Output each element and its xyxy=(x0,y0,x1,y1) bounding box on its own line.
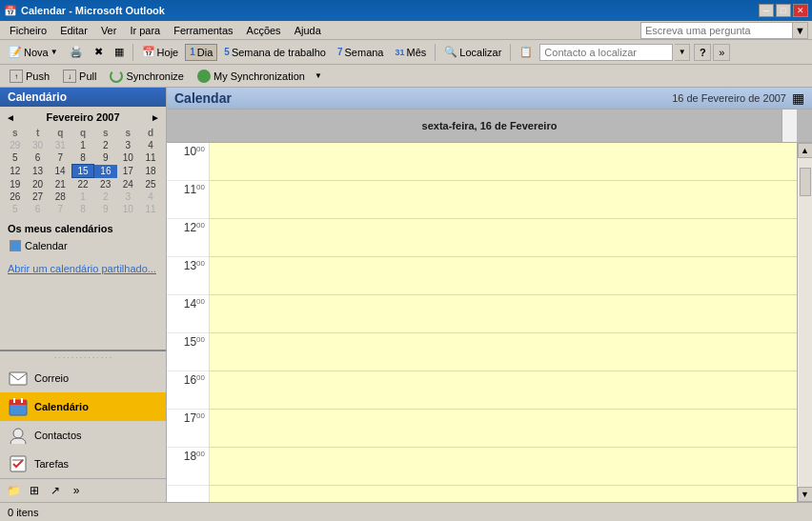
cal-day[interactable]: 3 xyxy=(117,190,140,203)
cal-day[interactable]: 4 xyxy=(139,139,162,151)
menu-ver[interactable]: Ver xyxy=(95,24,123,37)
cal-day[interactable]: 11 xyxy=(139,203,162,215)
shortcut-button[interactable]: ⊞ xyxy=(25,481,44,500)
cal-day[interactable]: 30 xyxy=(27,139,50,151)
semana-button[interactable]: 7 Semana xyxy=(333,44,389,61)
cal-day[interactable]: 23 xyxy=(94,178,117,191)
cal-day[interactable]: 19 xyxy=(4,178,27,191)
menu-ajuda[interactable]: Ajuda xyxy=(289,24,327,37)
cal-day[interactable]: 6 xyxy=(27,151,50,165)
scroll-down[interactable]: ▼ xyxy=(798,487,813,502)
nav-item-contacts[interactable]: Contactos xyxy=(0,421,166,450)
cal-day[interactable]: 9 xyxy=(94,151,117,165)
scroll-up[interactable]: ▲ xyxy=(798,143,813,158)
cal-day[interactable]: 18 xyxy=(139,165,162,178)
cal-day[interactable]: 10 xyxy=(117,203,140,215)
menu-editar[interactable]: Editar xyxy=(54,24,93,37)
open-shared-link[interactable]: Abrir um calendário partilhado... xyxy=(0,259,166,278)
nova-button[interactable]: 📝 Nova ▼ xyxy=(4,43,63,61)
help-button[interactable]: ? xyxy=(694,44,711,61)
nav-item-mail[interactable]: Correio xyxy=(0,364,166,392)
delete-button[interactable]: ✖ xyxy=(90,43,108,61)
cal-day[interactable]: 8 xyxy=(71,203,94,215)
cal-day[interactable]: 1 xyxy=(71,190,94,203)
contact-search-dropdown[interactable]: ▼ xyxy=(675,44,690,61)
day-header-s3: s xyxy=(117,127,140,139)
more-nav-button[interactable]: » xyxy=(67,481,86,500)
cal-day[interactable]: 8 xyxy=(71,151,94,165)
cal-day[interactable]: 2 xyxy=(94,190,117,203)
mini-calendar: ◄ Fevereiro 2007 ► s t q q s s d xyxy=(0,107,166,219)
menu-ir-para[interactable]: Ir para xyxy=(124,24,166,37)
cal-day[interactable]: 13 xyxy=(27,165,50,178)
help-search-input[interactable] xyxy=(640,22,793,39)
cal-day[interactable]: 20 xyxy=(27,178,50,191)
my-calendars-section: Os meus calendários Calendar xyxy=(0,219,166,257)
cal-day[interactable]: 2 xyxy=(94,139,117,151)
cal-day[interactable]: 7 xyxy=(49,203,71,215)
cal-day[interactable]: 5 xyxy=(4,203,27,215)
cal-day[interactable]: 28 xyxy=(49,190,71,203)
day-content[interactable] xyxy=(210,143,797,502)
menu-ficheiro[interactable]: Ficheiro xyxy=(4,24,52,37)
calendar-grid-icon[interactable]: ▦ xyxy=(792,90,804,106)
vertical-scrollbar[interactable]: ▲ ▼ xyxy=(797,143,812,502)
cal-day[interactable]: 4 xyxy=(139,190,162,203)
dia-button[interactable]: 1 Dia xyxy=(185,44,217,61)
cal-week-3: 12 13 14 15 16 17 18 xyxy=(4,165,162,178)
expand-button[interactable]: ↗ xyxy=(46,481,65,500)
cal-day[interactable]: 27 xyxy=(27,190,50,203)
cal-day[interactable]: 29 xyxy=(4,139,27,151)
menu-accoes[interactable]: Acções xyxy=(241,24,287,37)
cal-day[interactable]: 3 xyxy=(117,139,140,151)
minimize-button[interactable]: ─ xyxy=(759,4,774,17)
calendar-checkbox[interactable] xyxy=(10,240,21,251)
tasks-icon xyxy=(8,453,29,474)
grid-button[interactable]: ▦ xyxy=(110,43,129,61)
folder-icon-button[interactable]: 📁 xyxy=(4,481,23,500)
cal-day[interactable]: 25 xyxy=(139,178,162,191)
rolodex-button[interactable]: 📋 xyxy=(515,43,538,61)
cal-day[interactable]: 6 xyxy=(27,203,50,215)
sync-toolbar-dropdown[interactable]: ▼ xyxy=(313,68,324,85)
cal-day[interactable]: 10 xyxy=(117,151,140,165)
mes-button[interactable]: 31 Mês xyxy=(391,44,432,61)
cal-day[interactable]: 31 xyxy=(49,139,71,151)
localizar-icon: 🔍 xyxy=(444,46,457,58)
synchronize-button[interactable]: Synchronize xyxy=(104,68,190,85)
cal-day[interactable]: 26 xyxy=(4,190,27,203)
push-button[interactable]: ↑ Push xyxy=(4,68,55,85)
scroll-thumb[interactable] xyxy=(800,168,811,196)
cal-day[interactable]: 9 xyxy=(94,203,117,215)
print-button[interactable]: 🖨️ xyxy=(65,43,88,61)
cal-day[interactable]: 14 xyxy=(49,165,71,178)
next-month-button[interactable]: ► xyxy=(149,110,162,124)
close-button[interactable]: ✕ xyxy=(793,4,808,17)
my-sync-button[interactable]: My Synchronization xyxy=(192,68,311,85)
cal-day-selected[interactable]: 16 xyxy=(94,165,117,178)
menu-ferramentas[interactable]: Ferramentas xyxy=(168,24,238,37)
cal-day[interactable]: 17 xyxy=(117,165,140,178)
more-button[interactable]: » xyxy=(713,44,730,61)
cal-day[interactable]: 21 xyxy=(49,178,71,191)
nav-item-tasks[interactable]: Tarefas xyxy=(0,450,166,478)
pull-button[interactable]: ↓ Pull xyxy=(57,68,102,85)
cal-day[interactable]: 24 xyxy=(117,178,140,191)
cal-day[interactable]: 11 xyxy=(139,151,162,165)
prev-month-button[interactable]: ◄ xyxy=(4,110,17,124)
cal-day[interactable]: 22 xyxy=(71,178,94,191)
nav-item-calendar[interactable]: Calendário xyxy=(0,392,166,421)
semana-trabalho-button[interactable]: 5 Semana de trabalho xyxy=(219,44,331,61)
hoje-button[interactable]: 📅 Hoje xyxy=(137,43,184,61)
cal-day[interactable]: 12 xyxy=(4,165,27,178)
maximize-button[interactable]: □ xyxy=(776,4,791,17)
cal-day[interactable]: 1 xyxy=(71,139,94,151)
cal-day[interactable]: 7 xyxy=(49,151,71,165)
contact-search-input[interactable] xyxy=(539,44,673,61)
scroll-track[interactable] xyxy=(799,158,812,487)
localizar-button[interactable]: 🔍 Localizar xyxy=(439,43,506,61)
help-search-dropdown[interactable]: ▼ xyxy=(793,22,808,39)
cal-day-today[interactable]: 15 xyxy=(71,165,94,178)
calendar-item[interactable]: Calendar xyxy=(8,238,158,253)
cal-day[interactable]: 5 xyxy=(4,151,27,165)
